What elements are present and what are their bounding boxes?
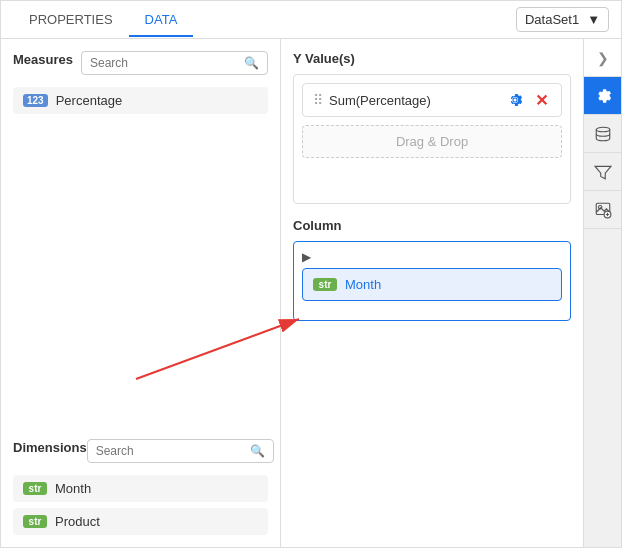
tab-data[interactable]: DATA (129, 4, 194, 37)
dimensions-label-product: Product (55, 514, 100, 529)
y-values-title: Y Value(s) (293, 51, 571, 66)
badge-str-product: str (23, 515, 47, 528)
measures-search-input[interactable] (90, 56, 240, 70)
y-value-label: Sum(Percentage) (329, 93, 499, 108)
drag-handle-icon: ⠿ (313, 92, 323, 108)
header-tabs: PROPERTIES DATA DataSet1 ▼ (1, 1, 621, 39)
sidebar-expand-button[interactable]: ❯ (584, 39, 622, 77)
sidebar-settings-button[interactable] (584, 77, 622, 115)
y-value-item-sum-percentage: ⠿ Sum(Percentage) ✕ (302, 83, 562, 117)
y-values-box: ⠿ Sum(Percentage) ✕ Drag & Drop (293, 74, 571, 204)
measures-title: Measures (13, 52, 73, 67)
cursor-icon: ▶ (302, 250, 311, 264)
column-box: ▶ str Month (293, 241, 571, 321)
badge-str-month: str (23, 482, 47, 495)
dataset-select: DataSet1 ▼ (516, 7, 609, 32)
badge-num-percentage: 123 (23, 94, 48, 107)
column-section: Column ▶ str Month (293, 218, 571, 321)
y-value-settings-button[interactable] (505, 90, 525, 110)
dimensions-item-month[interactable]: str Month (13, 475, 268, 502)
sidebar-filter-icon (594, 163, 612, 181)
column-title: Column (293, 218, 571, 233)
y-value-remove-button[interactable]: ✕ (531, 90, 551, 110)
sidebar-gear-icon (594, 87, 612, 105)
measures-label-percentage: Percentage (56, 93, 123, 108)
sidebar-filter-button[interactable] (584, 153, 622, 191)
right-panel: Y Value(s) ⠿ Sum(Percentage) ✕ Dr (281, 39, 583, 547)
column-item-label-month: Month (345, 277, 381, 292)
y-values-section: Y Value(s) ⠿ Sum(Percentage) ✕ Dr (293, 51, 571, 204)
measures-header: Measures 🔍 (13, 51, 268, 75)
chevron-down-icon: ▼ (587, 12, 600, 27)
sidebar-database-button[interactable] (584, 115, 622, 153)
measures-item-percentage[interactable]: 123 Percentage (13, 87, 268, 114)
measures-search-box[interactable]: 🔍 (81, 51, 268, 75)
right-sidebar: ❯ (583, 39, 621, 547)
content-area: Measures 🔍 123 Percentage Dimensions (1, 39, 621, 547)
dimensions-search-box[interactable]: 🔍 (87, 439, 274, 463)
dataset-label: DataSet1 (525, 12, 579, 27)
measures-search-icon: 🔍 (244, 56, 259, 70)
dimensions-title: Dimensions (13, 440, 87, 455)
badge-str-column-month: str (313, 278, 337, 291)
dimensions-header: Dimensions 🔍 (13, 439, 268, 463)
dataset-dropdown[interactable]: DataSet1 ▼ (516, 7, 609, 32)
dimensions-item-product[interactable]: str Product (13, 508, 268, 535)
drag-drop-area: Drag & Drop (302, 125, 562, 158)
left-panel: Measures 🔍 123 Percentage Dimensions (1, 39, 281, 547)
dimensions-section: Dimensions 🔍 str Month str Product (13, 439, 268, 535)
gear-icon (507, 92, 523, 108)
sidebar-imagesettings-icon (594, 201, 612, 219)
column-item-month[interactable]: str Month (302, 268, 562, 301)
dimensions-search-icon: 🔍 (250, 444, 265, 458)
sidebar-database-icon (594, 125, 612, 143)
dimensions-label-month: Month (55, 481, 91, 496)
sidebar-image-settings-button[interactable] (584, 191, 622, 229)
dimensions-search-input[interactable] (96, 444, 246, 458)
measures-section: Measures 🔍 123 Percentage (13, 51, 268, 114)
svg-point-2 (596, 127, 610, 132)
tab-properties[interactable]: PROPERTIES (13, 4, 129, 35)
